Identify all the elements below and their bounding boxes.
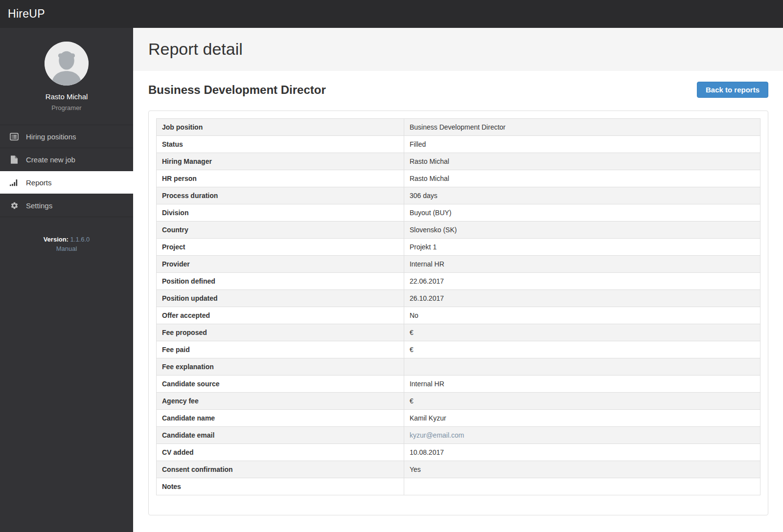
row-value: Internal HR bbox=[404, 256, 760, 273]
row-label: CV added bbox=[157, 444, 404, 461]
candidate-email-link[interactable]: kyzur@email.com bbox=[410, 431, 464, 439]
row-value: € bbox=[404, 341, 760, 358]
user-role: Programer bbox=[5, 104, 128, 112]
row-value: Internal HR bbox=[404, 376, 760, 393]
report-head: Business Development Director Back to re… bbox=[148, 82, 768, 98]
user-profile: Rasto Michal Programer bbox=[0, 28, 133, 125]
row-value: Yes bbox=[404, 461, 760, 478]
row-value bbox=[404, 358, 760, 376]
row-value: Projekt 1 bbox=[404, 239, 760, 256]
row-value bbox=[404, 478, 760, 495]
table-row: Job positionBusiness Development Directo… bbox=[157, 119, 760, 136]
row-label: Hiring Manager bbox=[157, 153, 404, 170]
row-label: HR person bbox=[157, 170, 404, 187]
version-block: Version: 1.1.6.0 Manual bbox=[0, 235, 133, 253]
report-detail: Business Development Director Back to re… bbox=[133, 71, 783, 515]
table-row: Candidate emailkyzur@email.com bbox=[157, 427, 760, 444]
sidebar-item-label: Create new job bbox=[26, 155, 75, 164]
topbar: HireUP bbox=[0, 0, 783, 28]
row-value: kyzur@email.com bbox=[404, 427, 760, 444]
row-label: Offer accepted bbox=[157, 307, 404, 324]
page-header: Report detail bbox=[133, 28, 783, 71]
version-label: Version: bbox=[44, 236, 69, 243]
row-label: Consent confirmation bbox=[157, 461, 404, 478]
table-row: Candidate nameKamil Kyzur bbox=[157, 410, 760, 427]
report-title: Business Development Director bbox=[148, 83, 326, 97]
person-silhouette-icon bbox=[45, 42, 89, 86]
row-value: 22.06.2017 bbox=[404, 273, 760, 290]
report-table: Job positionBusiness Development Directo… bbox=[156, 118, 760, 495]
table-row: Fee paid€ bbox=[157, 341, 760, 358]
table-row: Candidate sourceInternal HR bbox=[157, 376, 760, 393]
page-title: Report detail bbox=[148, 39, 768, 59]
back-to-reports-button[interactable]: Back to reports bbox=[697, 82, 768, 98]
table-row: ProjectProjekt 1 bbox=[157, 239, 760, 256]
row-label: Provider bbox=[157, 256, 404, 273]
table-row: Agency fee€ bbox=[157, 393, 760, 410]
table-row: Fee explanation bbox=[157, 358, 760, 376]
row-label: Division bbox=[157, 204, 404, 222]
row-label: Candidate name bbox=[157, 410, 404, 427]
file-icon bbox=[9, 155, 20, 164]
row-label: Process duration bbox=[157, 187, 404, 204]
table-row: Position defined22.06.2017 bbox=[157, 273, 760, 290]
table-row: CV added10.08.2017 bbox=[157, 444, 760, 461]
table-row: Notes bbox=[157, 478, 760, 495]
row-value: Slovensko (SK) bbox=[404, 222, 760, 239]
user-name: Rasto Michal bbox=[5, 92, 128, 101]
table-row: Hiring ManagerRasto Michal bbox=[157, 153, 760, 170]
layout: Rasto Michal Programer Hiring positionsC… bbox=[0, 28, 783, 532]
row-value: 26.10.2017 bbox=[404, 290, 760, 307]
row-value: Rasto Michal bbox=[404, 153, 760, 170]
table-row: Position updated26.10.2017 bbox=[157, 290, 760, 307]
row-label: Agency fee bbox=[157, 393, 404, 410]
row-label: Candidate email bbox=[157, 427, 404, 444]
row-value: 306 days bbox=[404, 187, 760, 204]
sidebar-item-hiring-positions[interactable]: Hiring positions bbox=[0, 125, 133, 148]
row-value: Rasto Michal bbox=[404, 170, 760, 187]
row-label: Candidate source bbox=[157, 376, 404, 393]
row-label: Job position bbox=[157, 119, 404, 136]
table-row: Fee proposed€ bbox=[157, 324, 760, 341]
table-row: DivisionBuyout (BUY) bbox=[157, 204, 760, 222]
avatar bbox=[45, 42, 89, 86]
table-row: Consent confirmationYes bbox=[157, 461, 760, 478]
row-value: 10.08.2017 bbox=[404, 444, 760, 461]
main-content: Report detail Business Development Direc… bbox=[133, 28, 783, 532]
sidebar-item-label: Hiring positions bbox=[26, 133, 76, 141]
row-value: € bbox=[404, 393, 760, 410]
row-value: Kamil Kyzur bbox=[404, 410, 760, 427]
sidebar: Rasto Michal Programer Hiring positionsC… bbox=[0, 28, 133, 532]
bar-chart-icon bbox=[9, 179, 20, 186]
row-label: Project bbox=[157, 239, 404, 256]
sidebar-item-create-new-job[interactable]: Create new job bbox=[0, 148, 133, 171]
table-row: StatusFilled bbox=[157, 136, 760, 153]
table-row: HR personRasto Michal bbox=[157, 170, 760, 187]
row-value: Buyout (BUY) bbox=[404, 204, 760, 222]
row-label: Position updated bbox=[157, 290, 404, 307]
row-value: € bbox=[404, 324, 760, 341]
table-row: Process duration306 days bbox=[157, 187, 760, 204]
version-value: 1.1.6.0 bbox=[70, 236, 90, 243]
manual-link[interactable]: Manual bbox=[56, 244, 77, 253]
row-label: Notes bbox=[157, 478, 404, 495]
list-icon bbox=[9, 133, 20, 141]
table-row: ProviderInternal HR bbox=[157, 256, 760, 273]
row-label: Fee proposed bbox=[157, 324, 404, 341]
row-label: Country bbox=[157, 222, 404, 239]
sidebar-item-settings[interactable]: Settings bbox=[0, 194, 133, 217]
sidebar-item-reports[interactable]: Reports bbox=[0, 171, 133, 194]
row-label: Position defined bbox=[157, 273, 404, 290]
report-panel: Job positionBusiness Development Directo… bbox=[148, 111, 768, 515]
row-label: Fee paid bbox=[157, 341, 404, 358]
row-label: Status bbox=[157, 136, 404, 153]
sidebar-menu: Hiring positionsCreate new jobReportsSet… bbox=[0, 125, 133, 217]
brand-logo[interactable]: HireUP bbox=[8, 7, 45, 21]
table-row: Offer acceptedNo bbox=[157, 307, 760, 324]
row-value: Filled bbox=[404, 136, 760, 153]
row-label: Fee explanation bbox=[157, 358, 404, 376]
sidebar-item-label: Settings bbox=[26, 201, 52, 210]
sidebar-item-label: Reports bbox=[26, 178, 52, 187]
gear-icon bbox=[9, 201, 20, 210]
row-value: No bbox=[404, 307, 760, 324]
